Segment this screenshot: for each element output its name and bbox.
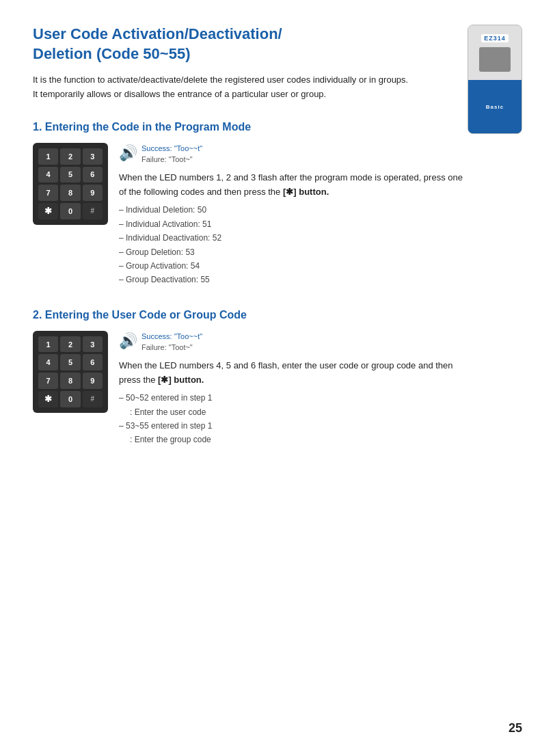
code-item: – Group Activation: 54: [119, 259, 470, 273]
success-text-1: Success: "Too~~t": [141, 143, 202, 154]
key-asterisk-b: ✱: [38, 391, 58, 407]
device-bottom: Basic: [468, 80, 522, 133]
code-list-2: – 50~52 entered in step 1 : Enter the us…: [119, 391, 470, 447]
section-2: 2. Entering the User Code or Group Code …: [33, 309, 470, 447]
section-2-block: 1 2 3 4 5 6 7 8 9 ✱ 0 # 🔊: [33, 331, 470, 447]
section-2-right: 🔊 Success: "Too~~t" Failure: "Toot~" Whe…: [119, 331, 470, 447]
key-5b: 5: [60, 354, 80, 370]
section-1: 1. Entering the Code in the Program Mode…: [33, 121, 470, 287]
sub-list-2: : Enter the group code: [130, 433, 470, 446]
failure-text-2: Failure: "Toot~": [141, 342, 202, 353]
key-6b: 6: [83, 354, 103, 370]
section-1-heading: 1. Entering the Code in the Program Mode: [33, 121, 470, 133]
section-2-desc-text: When the LED numbers 4, 5 and 6 flash, e…: [119, 359, 470, 388]
device-screen: [479, 47, 511, 72]
device-image: EZ314 Basic: [468, 25, 522, 134]
key-4: 4: [38, 167, 58, 183]
key-4b: 4: [38, 354, 58, 370]
section-1-desc: When the LED numbers 1, 2 and 3 flash af…: [119, 171, 470, 287]
device-logo: EZ314: [481, 34, 509, 42]
key-0: 0: [60, 203, 80, 219]
sound-text-1: Success: "Too~~t" Failure: "Toot~": [141, 143, 202, 165]
section-2-heading: 2. Entering the User Code or Group Code: [33, 309, 470, 321]
key-7b: 7: [38, 373, 58, 389]
device-label: Basic: [486, 104, 504, 110]
code-item: – Individual Activation: 51: [119, 217, 470, 231]
code-item: – Group Deletion: 53: [119, 245, 470, 259]
sub-list-1: : Enter the user code: [130, 405, 470, 419]
key-8: 8: [60, 185, 80, 201]
intro-text: It is the function to activate/deactivat…: [33, 73, 470, 102]
section-2-desc: When the LED numbers 4, 5 and 6 flash, e…: [119, 359, 470, 447]
success-text-2: Success: "Too~~t": [141, 331, 202, 342]
key-2b: 2: [60, 336, 80, 353]
key-hash-b: #: [83, 391, 103, 407]
sub-item-2-label: – 53~55 entered in step 1: [119, 419, 470, 433]
key-0b: 0: [60, 391, 80, 407]
key-1b: 1: [38, 336, 58, 353]
sub-item-2-sub: : Enter the group code: [130, 433, 470, 446]
key-3: 3: [83, 148, 103, 165]
key-9b: 9: [83, 373, 103, 389]
keypad-1: 1 2 3 4 5 6 7 8 9 ✱ 0 #: [33, 143, 108, 225]
sound-icon-wrap-1: 🔊 Success: "Too~~t" Failure: "Toot~": [119, 143, 470, 165]
section-1-block: 1 2 3 4 5 6 7 8 9 ✱ 0 # 🔊: [33, 143, 470, 287]
sound-icon-wrap-2: 🔊 Success: "Too~~t" Failure: "Toot~": [119, 331, 470, 353]
code-item: – Individual Deletion: 50: [119, 203, 470, 217]
sub-item-1-label: – 50~52 entered in step 1: [119, 391, 470, 405]
key-1: 1: [38, 148, 58, 165]
failure-text-1: Failure: "Toot~": [141, 154, 202, 165]
sound-icon-2: 🔊: [119, 332, 137, 350]
section-1-right: 🔊 Success: "Too~~t" Failure: "Toot~" Whe…: [119, 143, 470, 287]
code-list-1: – Individual Deletion: 50 – Individual A…: [119, 203, 470, 286]
key-hash: #: [83, 203, 103, 219]
key-8b: 8: [60, 373, 80, 389]
section-1-desc-text: When the LED numbers 1, 2 and 3 flash af…: [119, 171, 470, 200]
sub-item-1-sub: : Enter the user code: [130, 405, 470, 419]
sound-icon-1: 🔊: [119, 144, 137, 162]
page-title: User Code Activation/Deactivation/ Delet…: [33, 25, 470, 64]
code-item: – Individual Deactivation: 52: [119, 231, 470, 245]
key-asterisk: ✱: [38, 203, 58, 219]
code-item: – Group Deactivation: 55: [119, 273, 470, 286]
key-3b: 3: [83, 336, 103, 353]
key-6: 6: [83, 167, 103, 183]
sound-text-2: Success: "Too~~t" Failure: "Toot~": [141, 331, 202, 353]
bracket-star-1: [✱] button.: [283, 187, 329, 197]
content-area: User Code Activation/Deactivation/ Delet…: [33, 25, 470, 447]
device-top: EZ314: [468, 25, 522, 80]
page-number: 25: [509, 721, 522, 735]
key-7: 7: [38, 185, 58, 201]
key-9: 9: [83, 185, 103, 201]
bracket-star-2: [✱] button.: [158, 375, 204, 385]
key-2: 2: [60, 148, 80, 165]
keypad-2: 1 2 3 4 5 6 7 8 9 ✱ 0 #: [33, 331, 108, 413]
key-5: 5: [60, 167, 80, 183]
page: EZ314 Basic User Code Activation/Deactiv…: [0, 0, 555, 756]
